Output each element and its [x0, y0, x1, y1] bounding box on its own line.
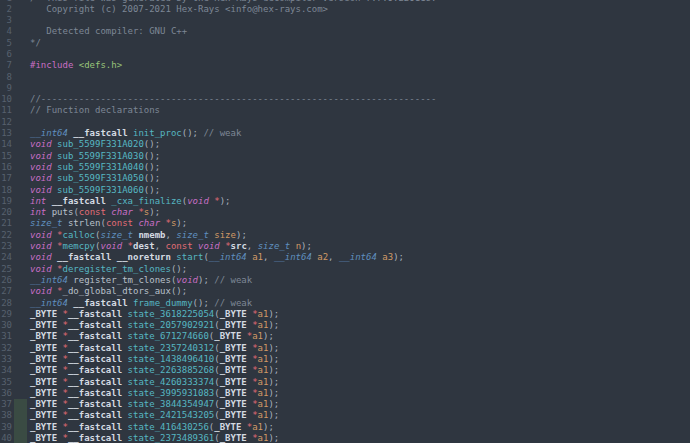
line-number: 3 — [0, 15, 12, 26]
line-number: 15 — [0, 151, 12, 162]
code-line[interactable]: 26__int64 register_tm_clones(void); // w… — [0, 275, 690, 286]
code-line[interactable]: 30_BYTE *__fastcall state_2057902921(_BY… — [0, 320, 690, 331]
code-line[interactable]: 17void sub_5599F331A050(); — [0, 173, 690, 184]
code-text: // Function declarations — [12, 105, 160, 115]
code-line[interactable]: 38_BYTE *__fastcall state_2421543205(_BY… — [0, 410, 690, 421]
code-text — [12, 83, 30, 93]
code-line[interactable]: 7#include <defs.h> — [0, 60, 690, 71]
code-line[interactable]: 40_BYTE *__fastcall state_2373489361(_BY… — [0, 433, 690, 443]
line-number: 36 — [0, 388, 12, 399]
line-number: 32 — [0, 343, 12, 354]
line-number: 29 — [0, 309, 12, 320]
code-text: _BYTE *__fastcall state_2357240312(_BYTE… — [12, 343, 279, 353]
code-line[interactable]: 22void *calloc(size_t nmemb, size_t size… — [0, 230, 690, 241]
line-number: 7 — [0, 60, 12, 71]
code-text: size_t strlen(const char *s); — [12, 218, 187, 228]
code-line[interactable]: 12 — [0, 117, 690, 128]
code-line[interactable]: 29_BYTE *__fastcall state_3618225054(_BY… — [0, 309, 690, 320]
code-line[interactable]: 10//------------------------------------… — [0, 94, 690, 105]
line-number: 5 — [0, 38, 12, 49]
line-number: 31 — [0, 331, 12, 342]
code-line[interactable]: 2 Copyright (c) 2007-2021 Hex-Rays <info… — [0, 4, 690, 15]
code-text: _BYTE *__fastcall state_3844354947(_BYTE… — [12, 399, 279, 409]
code-text — [12, 15, 30, 25]
code-line[interactable]: 31_BYTE *__fastcall state_671274660(_BYT… — [0, 331, 690, 342]
code-text: __int64 __fastcall frame_dummy(); // wea… — [12, 298, 252, 308]
line-number: 10 — [0, 94, 12, 105]
code-line[interactable]: 4 Detected compiler: GNU C++ — [0, 26, 690, 37]
code-line[interactable]: 28__int64 __fastcall frame_dummy(); // w… — [0, 298, 690, 309]
line-number: 19 — [0, 196, 12, 207]
code-line[interactable]: 6 — [0, 49, 690, 60]
code-text: void *_do_global_dtors_aux(); — [12, 286, 187, 296]
line-number: 35 — [0, 377, 12, 388]
line-number: 8 — [0, 72, 12, 83]
code-text: _BYTE *__fastcall state_3618225054(_BYTE… — [12, 309, 279, 319]
line-number: 39 — [0, 422, 12, 433]
code-text: Copyright (c) 2007-2021 Hex-Rays <info@h… — [12, 4, 328, 14]
code-line[interactable]: 37_BYTE *__fastcall state_3844354947(_BY… — [0, 399, 690, 410]
code-text: _BYTE *__fastcall state_416430256(_BYTE … — [12, 422, 274, 432]
code-line[interactable]: 3 — [0, 15, 690, 26]
code-line[interactable]: 25void *deregister_tm_clones(); — [0, 264, 690, 275]
line-number: 20 — [0, 207, 12, 218]
code-text — [12, 117, 30, 127]
code-text: _BYTE *__fastcall state_2263885268(_BYTE… — [12, 365, 279, 375]
code-text: /* This file was generated by the Hex-Ra… — [12, 0, 436, 3]
code-line[interactable]: 11// Function declarations — [0, 105, 690, 116]
line-number: 24 — [0, 252, 12, 263]
line-number: 6 — [0, 49, 12, 60]
code-line[interactable]: 16void sub_5599F331A040(); — [0, 162, 690, 173]
code-line[interactable]: 19int __fastcall _cxa_finalize(void *); — [0, 196, 690, 207]
line-number: 2 — [0, 4, 12, 15]
code-line[interactable]: 13__int64 __fastcall init_proc(); // wea… — [0, 128, 690, 139]
code-line[interactable]: 14void sub_5599F331A020(); — [0, 139, 690, 150]
code-line[interactable]: 32_BYTE *__fastcall state_2357240312(_BY… — [0, 343, 690, 354]
code-text: void *deregister_tm_clones(); — [12, 264, 187, 274]
code-line[interactable]: 36_BYTE *__fastcall state_3995931083(_BY… — [0, 388, 690, 399]
code-line[interactable]: 33_BYTE *__fastcall state_1438496410(_BY… — [0, 354, 690, 365]
line-number: 9 — [0, 83, 12, 94]
code-text: //--------------------------------------… — [12, 94, 436, 104]
code-text: _BYTE *__fastcall state_2421543205(_BYTE… — [12, 410, 279, 420]
code-line[interactable]: 9 — [0, 83, 690, 94]
code-line[interactable]: 8 — [0, 72, 690, 83]
code-text — [12, 72, 30, 82]
code-text: #include <defs.h> — [12, 60, 122, 70]
code-text: int puts(const char *s); — [12, 207, 160, 217]
line-number: 12 — [0, 117, 12, 128]
code-text — [12, 49, 30, 59]
code-line[interactable]: 18void sub_5599F331A060(); — [0, 185, 690, 196]
code-line[interactable]: 24void __fastcall __noreturn start(__int… — [0, 252, 690, 263]
line-number: 16 — [0, 162, 12, 173]
code-text: _BYTE *__fastcall state_671274660(_BYTE … — [12, 331, 274, 341]
line-number: 27 — [0, 286, 12, 297]
code-text: _BYTE *__fastcall state_4260333374(_BYTE… — [12, 377, 279, 387]
code-text: __int64 __fastcall init_proc(); // weak — [12, 128, 241, 138]
line-number: 21 — [0, 218, 12, 229]
code-line[interactable]: 15void sub_5599F331A030(); — [0, 151, 690, 162]
code-line[interactable]: 27void *_do_global_dtors_aux(); — [0, 286, 690, 297]
code-line[interactable]: 23void *memcpy(void *dest, const void *s… — [0, 241, 690, 252]
line-number: 14 — [0, 139, 12, 150]
code-text: void *memcpy(void *dest, const void *src… — [12, 241, 312, 251]
code-text: void sub_5599F331A050(); — [12, 173, 160, 183]
code-line[interactable]: 5*/ — [0, 38, 690, 49]
code-line[interactable]: 21size_t strlen(const char *s); — [0, 218, 690, 229]
code-text: _BYTE *__fastcall state_2373489361(_BYTE… — [12, 433, 279, 443]
code-line[interactable]: 35_BYTE *__fastcall state_4260333374(_BY… — [0, 377, 690, 388]
code-text: __int64 register_tm_clones(void); // wea… — [12, 275, 252, 285]
line-number: 13 — [0, 128, 12, 139]
code-text: int __fastcall _cxa_finalize(void *); — [12, 196, 231, 206]
line-number: 22 — [0, 230, 12, 241]
code-text: void sub_5599F331A020(); — [12, 139, 160, 149]
code-line[interactable]: 39_BYTE *__fastcall state_416430256(_BYT… — [0, 422, 690, 433]
line-number: 11 — [0, 105, 12, 116]
code-line[interactable]: 20int puts(const char *s); — [0, 207, 690, 218]
code-area: 1/* This file was generated by the Hex-R… — [0, 0, 690, 443]
code-line[interactable]: 34_BYTE *__fastcall state_2263885268(_BY… — [0, 365, 690, 376]
line-number: 25 — [0, 264, 12, 275]
code-editor[interactable]: 1/* This file was generated by the Hex-R… — [0, 0, 690, 443]
code-text: void sub_5599F331A040(); — [12, 162, 160, 172]
line-number: 28 — [0, 298, 12, 309]
